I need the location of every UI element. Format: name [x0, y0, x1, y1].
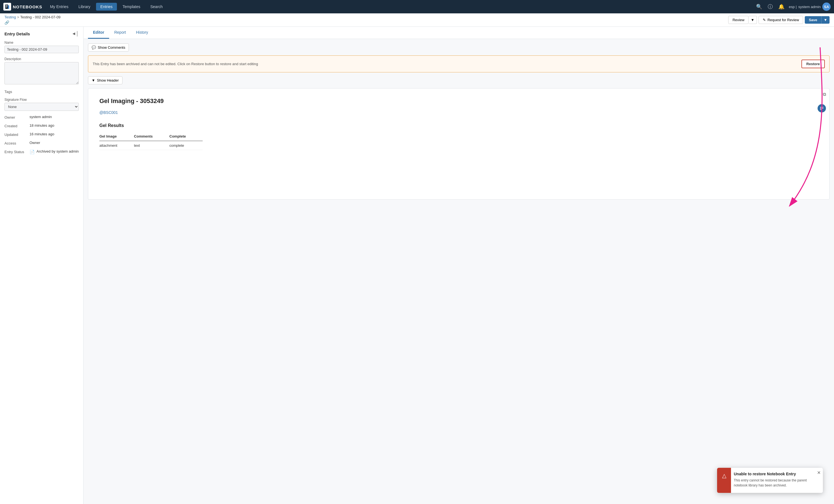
chevron-icon: ▼	[92, 78, 95, 83]
tab-editor[interactable]: Editor	[88, 27, 109, 39]
nav-search[interactable]: Search	[146, 3, 167, 10]
warning-icon: △	[722, 472, 726, 479]
notif-title: Unable to restore Notebook Entry	[734, 472, 811, 476]
breadcrumb-sep: >	[17, 15, 19, 19]
list-menu-icon[interactable]	[817, 104, 826, 112]
svg-rect-4	[8, 5, 9, 9]
show-header-button[interactable]: ▼ Show Header	[88, 76, 123, 84]
tags-field: Tags	[4, 89, 79, 94]
nav-my-entries[interactable]: My Entries	[46, 3, 73, 10]
link-icon: 🔗	[4, 20, 9, 25]
main-layout: Entry Details ◄│ Name Description Tags S…	[0, 27, 834, 504]
action-buttons: Review ▼ ✎ Request for Review Save ▼	[728, 16, 830, 24]
svg-rect-1	[6, 5, 7, 5]
svg-rect-6	[820, 108, 824, 109]
breadcrumb-bar: Testing > Testing - 002 2024-07-09 🔗 Rev…	[0, 13, 834, 27]
notification-toast: △ Unable to restore Notebook Entry This …	[717, 468, 823, 493]
breadcrumb-current: Testing - 002 2024-07-09	[20, 15, 61, 19]
cell-complete: complete	[170, 141, 203, 150]
entry-title: Gel Imaging - 3053249	[100, 97, 818, 105]
signature-select[interactable]: None	[4, 103, 79, 111]
show-comments-button[interactable]: 💬 Show Comments	[88, 43, 129, 51]
svg-rect-2	[6, 6, 7, 7]
tab-history[interactable]: History	[131, 27, 153, 39]
col-complete: Complete	[170, 132, 203, 141]
nav-right: 🔍 ⓘ 🔔 esp | system admin SA	[755, 2, 831, 11]
svg-rect-7	[820, 109, 822, 110]
created-field: Created 18 minutes ago	[4, 123, 79, 128]
logo-icon	[3, 3, 11, 10]
nav-user: esp | system admin SA	[789, 2, 831, 11]
review-button[interactable]: Review	[728, 16, 749, 24]
tabs-bar: Editor Report History	[84, 27, 834, 39]
description-input[interactable]	[4, 62, 79, 84]
request-review-button[interactable]: ✎ Request for Review	[759, 16, 803, 24]
breadcrumb-root[interactable]: Testing	[4, 15, 16, 19]
description-field: Description	[4, 57, 79, 85]
save-dropdown-button[interactable]: ▼	[821, 16, 830, 24]
collapse-panel-button[interactable]: ◄│	[71, 31, 79, 36]
archive-notice-text: This Entry has been archived and can not…	[93, 62, 258, 66]
tab-report[interactable]: Report	[109, 27, 131, 39]
name-field: Name	[4, 41, 79, 53]
left-panel: Entry Details ◄│ Name Description Tags S…	[0, 27, 84, 504]
content-area: 💬 Show Comments This Entry has been arch…	[84, 39, 834, 504]
col-gel-image: Gel Image	[100, 132, 134, 141]
owner-value: system admin	[29, 115, 79, 119]
user-prefix: esp |	[789, 5, 797, 9]
cell-comments: text	[134, 141, 169, 150]
signature-field: Signature Flow None	[4, 98, 79, 111]
notif-close-button[interactable]: ✕	[815, 468, 823, 478]
comment-icon: 💬	[92, 45, 96, 49]
avatar[interactable]: SA	[822, 2, 831, 11]
updated-value: 16 minutes ago	[29, 132, 79, 136]
notif-message: This entry cannot be restored because th…	[734, 478, 811, 488]
save-button[interactable]: Save	[805, 16, 821, 24]
section-title: Gel Results	[100, 123, 818, 128]
top-nav: NOTEBOOKS My Entries Library Entries Tem…	[0, 0, 834, 13]
name-input[interactable]	[4, 46, 79, 53]
table-row: attachment text complete	[100, 141, 203, 150]
panel-title: Entry Details	[4, 31, 30, 36]
svg-rect-5	[820, 107, 824, 108]
nav-templates[interactable]: Templates	[118, 3, 145, 10]
notif-body: Unable to restore Notebook Entry This en…	[731, 468, 815, 493]
user-name: system admin	[798, 5, 821, 9]
logo: NOTEBOOKS	[3, 3, 42, 10]
notification-icon-btn[interactable]: 🔔	[777, 2, 786, 11]
entry-ref[interactable]: @BSC001	[100, 110, 818, 115]
archive-icon: 📄	[29, 150, 35, 155]
svg-rect-3	[6, 7, 7, 7]
search-icon-btn[interactable]: 🔍	[755, 2, 763, 11]
brand-name: NOTEBOOKS	[13, 4, 42, 9]
access-field: Access Owner	[4, 140, 79, 145]
pencil-icon: ✎	[763, 18, 766, 22]
cell-gel-image: attachment	[100, 141, 134, 150]
access-value: Owner	[29, 140, 79, 145]
restore-button[interactable]: Restore	[802, 60, 825, 68]
expand-icon[interactable]: ⧉	[823, 92, 826, 97]
review-dropdown-button[interactable]: ▼	[749, 16, 757, 24]
entry-status: 📄 Archived by system admin	[29, 149, 79, 155]
status-value: Archived by system admin	[37, 149, 79, 153]
nav-entries[interactable]: Entries	[96, 3, 117, 10]
panel-header: Entry Details ◄│	[4, 31, 79, 36]
save-btn-group: Save ▼	[805, 16, 830, 24]
breadcrumb: Testing > Testing - 002 2024-07-09 🔗	[4, 15, 60, 25]
gel-results-table: Gel Image Comments Complete attachment t…	[100, 132, 203, 150]
right-panel: Editor Report History 💬 Show Comments Th…	[84, 27, 834, 504]
owner-field: Owner system admin	[4, 115, 79, 119]
nav-library[interactable]: Library	[74, 3, 95, 10]
created-value: 18 minutes ago	[29, 123, 79, 128]
archive-notice: This Entry has been archived and can not…	[88, 56, 830, 72]
entry-content: ⧉ Gel Imaging - 3053249 @BSC001 Gel Resu…	[88, 88, 830, 200]
entry-status-field: Entry Status 📄 Archived by system admin	[4, 149, 79, 155]
help-icon-btn[interactable]: ⓘ	[767, 2, 774, 11]
review-btn-group: Review ▼	[728, 16, 757, 24]
col-comments: Comments	[134, 132, 169, 141]
updated-field: Updated 16 minutes ago	[4, 132, 79, 137]
notif-red-bar: △	[717, 468, 731, 493]
